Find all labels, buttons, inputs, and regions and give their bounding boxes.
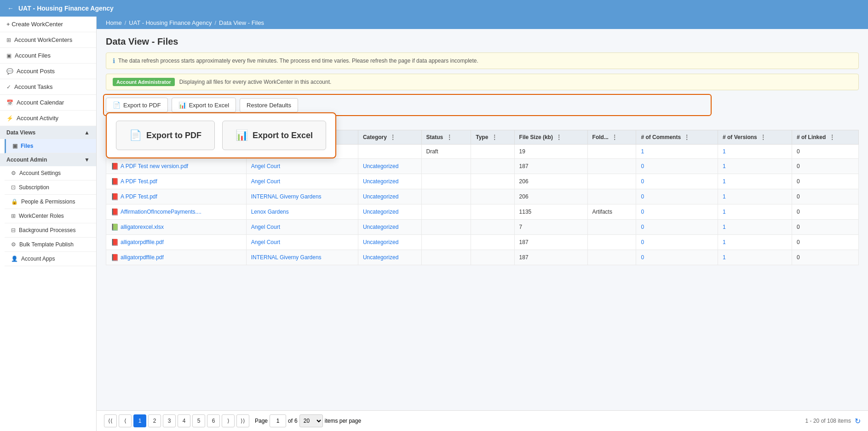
versions-link[interactable]: 1	[723, 178, 726, 185]
comments-link[interactable]: 0	[641, 239, 644, 245]
page-2-button[interactable]: 2	[148, 414, 161, 427]
col-header-comments[interactable]: # of Comments ⋮	[636, 130, 718, 145]
col-header-folder[interactable]: Fold... ⋮	[587, 130, 636, 145]
workcenter-link[interactable]: Angel Court	[251, 239, 280, 245]
category-link[interactable]: Uncategorized	[363, 163, 398, 169]
file-link[interactable]: alligatorexcel.xlsx	[121, 224, 164, 230]
versions-link[interactable]: 1	[723, 254, 726, 261]
sidebar-item-people-permissions[interactable]: 🔒 People & Permissions	[5, 195, 96, 209]
breadcrumb-org[interactable]: UAT - Housing Finance Agency	[129, 19, 212, 26]
cell-filesize: 19	[514, 145, 587, 159]
versions-link[interactable]: 1	[723, 163, 726, 169]
category-link[interactable]: Uncategorized	[363, 239, 398, 245]
sidebar-item-account-tasks[interactable]: ✓ Account Tasks	[0, 79, 96, 95]
col-menu-category[interactable]: ⋮	[390, 134, 396, 140]
sidebar-item-account-activity[interactable]: ⚡ Account Activity	[0, 111, 96, 126]
col-header-filesize[interactable]: File Size (kb) ⋮	[514, 130, 587, 145]
back-arrow[interactable]: ←	[7, 5, 14, 12]
sidebar-item-account-settings[interactable]: ⚙ Account Settings	[5, 166, 96, 181]
col-header-category[interactable]: Category ⋮	[358, 130, 421, 145]
col-menu-comments[interactable]: ⋮	[684, 134, 690, 140]
file-link[interactable]: alligatorpdffile.pdf	[121, 254, 164, 261]
cell-filesize: 187	[514, 235, 587, 250]
sidebar-item-account-apps[interactable]: 👤 Account Apps	[5, 252, 96, 266]
comments-link[interactable]: 0	[641, 224, 644, 230]
workcenter-link[interactable]: INTERNAL Giverny Gardens	[251, 193, 322, 200]
sidebar-item-account-calendar[interactable]: 📅 Account Calendar	[0, 95, 96, 111]
sidebar-item-account-workcenters[interactable]: ⊞ Account WorkCenters	[0, 32, 96, 48]
comments-link[interactable]: 0	[641, 193, 644, 200]
cell-filesize: 187	[514, 250, 587, 265]
data-views-section[interactable]: Data Views ▲	[0, 126, 96, 139]
comments-link[interactable]: 0	[641, 178, 644, 185]
workcenter-link[interactable]: Angel Court	[251, 224, 280, 230]
next-page-button[interactable]: ⟩	[222, 414, 235, 427]
sidebar-item-bulk-template-publish[interactable]: ⚙ Bulk Template Publish	[5, 238, 96, 252]
sidebar-item-workcenter-roles[interactable]: ⊞ WorkCenter Roles	[5, 209, 96, 223]
last-page-button[interactable]: ⟩⟩	[236, 414, 249, 427]
category-link[interactable]: Uncategorized	[363, 254, 398, 261]
cell-category: Uncategorized	[358, 174, 421, 189]
category-link[interactable]: Uncategorized	[363, 193, 398, 200]
col-header-status[interactable]: Status ⋮	[421, 130, 471, 145]
workcenter-link[interactable]: INTERNAL Giverny Gardens	[251, 254, 322, 261]
page-input[interactable]	[270, 414, 286, 427]
comments-link[interactable]: 0	[641, 163, 644, 169]
account-admin-section[interactable]: Account Admin ▼	[0, 153, 96, 166]
refresh-icon[interactable]: ↻	[855, 417, 861, 425]
col-header-versions[interactable]: # of Versions ⋮	[718, 130, 792, 145]
page-1-button[interactable]: 1	[133, 414, 146, 427]
prev-page-button[interactable]: ⟨	[119, 414, 132, 427]
col-menu-type[interactable]: ⋮	[492, 134, 497, 140]
col-menu-versions[interactable]: ⋮	[760, 134, 766, 140]
export-pdf-button[interactable]: 📄 Export to PDF	[106, 98, 168, 112]
sidebar-item-account-files[interactable]: ▣ Account Files	[0, 48, 96, 64]
comments-link[interactable]: 0	[641, 254, 644, 261]
breadcrumb-home[interactable]: Home	[106, 19, 122, 26]
publish-icon: ⚙	[11, 241, 16, 248]
cell-linked: 0	[792, 220, 858, 235]
sidebar-item-background-processes[interactable]: ⊟ Background Processes	[5, 223, 96, 238]
versions-link[interactable]: 1	[723, 193, 726, 200]
sidebar-item-account-posts[interactable]: 💬 Account Posts	[0, 64, 96, 79]
category-link[interactable]: Uncategorized	[363, 178, 398, 185]
category-link[interactable]: Uncategorized	[363, 224, 398, 230]
file-link[interactable]: A PDF Test.pdf	[121, 178, 157, 185]
comments-link[interactable]: 0	[641, 209, 644, 215]
sidebar-item-files[interactable]: ▣ Files	[5, 139, 96, 153]
col-header-type[interactable]: Type ⋮	[471, 130, 514, 145]
create-workcenter[interactable]: + Create WorkCenter	[0, 17, 96, 32]
admin-badge: Account Administrator	[113, 78, 175, 86]
page-5-button[interactable]: 5	[192, 414, 205, 427]
versions-link[interactable]: 1	[723, 239, 726, 245]
sidebar-item-subscription[interactable]: ⊡ Subscription	[5, 181, 96, 195]
versions-link[interactable]: 1	[723, 224, 726, 230]
big-export-pdf-button[interactable]: 📄 Export to PDF	[116, 121, 215, 150]
items-per-page-select[interactable]: 20 50 100	[299, 414, 323, 427]
workcenter-link[interactable]: Lenox Gardens	[251, 209, 289, 215]
page-6-button[interactable]: 6	[207, 414, 220, 427]
workcenter-link[interactable]: Angel Court	[251, 178, 280, 185]
col-menu-status[interactable]: ⋮	[447, 134, 452, 140]
file-link[interactable]: A PDF Test new version.pdf	[121, 163, 188, 169]
cell-type	[471, 174, 514, 189]
page-4-button[interactable]: 4	[178, 414, 190, 427]
first-page-button[interactable]: ⟨⟨	[104, 414, 117, 427]
export-excel-button[interactable]: 📊 Export to Excel	[172, 98, 236, 112]
versions-link[interactable]: 1	[723, 209, 726, 215]
page-3-button[interactable]: 3	[163, 414, 176, 427]
cell-type	[471, 235, 514, 250]
file-link[interactable]: AffirmationOfIncomePayments....	[121, 209, 201, 215]
col-menu-linked[interactable]: ⋮	[829, 134, 835, 140]
workcenter-link[interactable]: Angel Court	[251, 163, 280, 169]
restore-defaults-button[interactable]: Restore Defaults	[240, 98, 298, 112]
comments-link[interactable]: 1	[641, 148, 644, 155]
big-export-excel-button[interactable]: 📊 Export to Excel	[222, 121, 326, 150]
versions-link[interactable]: 1	[723, 148, 726, 155]
col-menu-filesize[interactable]: ⋮	[556, 134, 562, 140]
col-menu-folder[interactable]: ⋮	[612, 134, 617, 140]
col-header-linked[interactable]: # of Linked ⋮	[792, 130, 858, 145]
file-link[interactable]: alligatorpdffile.pdf	[121, 239, 164, 245]
category-link[interactable]: Uncategorized	[363, 209, 398, 215]
file-link[interactable]: A PDF Test.pdf	[121, 193, 157, 200]
